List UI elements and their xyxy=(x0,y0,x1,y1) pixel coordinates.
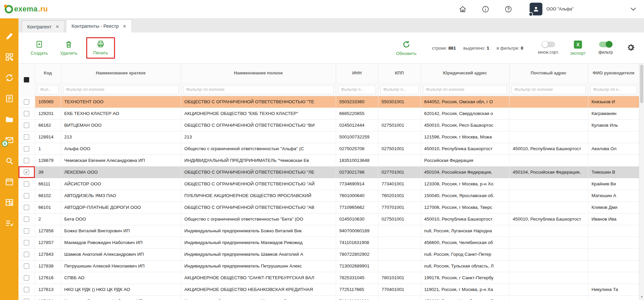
table-row[interactable]: 127613НКО ЦК РДК () НКО ЦК РДК АОАКЦИОНЕ… xyxy=(18,284,639,295)
refresh-button[interactable]: Обновить xyxy=(396,40,417,56)
row-checkbox-cell[interactable] xyxy=(18,96,35,108)
column-header[interactable]: Почтовый адрес xyxy=(509,64,588,83)
row-checkbox[interactable] xyxy=(24,170,29,175)
filter-input[interactable] xyxy=(338,85,376,94)
export-button[interactable]: X экспорт xyxy=(570,41,586,56)
row-checkbox-cell[interactable] xyxy=(18,143,35,155)
row-checkbox-cell[interactable] xyxy=(18,190,35,201)
row-checkbox[interactable] xyxy=(24,217,29,222)
row-checkbox-cell[interactable] xyxy=(18,225,35,237)
select-all-cell[interactable] xyxy=(18,64,35,96)
column-header[interactable]: ИНН xyxy=(336,64,378,83)
row-checkbox[interactable] xyxy=(24,99,29,105)
filter-input[interactable] xyxy=(380,85,419,94)
filter-input[interactable] xyxy=(512,85,586,94)
scroll-down-arrow-icon[interactable]: ▼ xyxy=(639,294,644,299)
row-checkbox-cell[interactable] xyxy=(18,260,35,272)
row-checkbox[interactable] xyxy=(24,158,29,163)
row-checkbox[interactable] xyxy=(24,146,29,152)
edit-icon[interactable] xyxy=(5,32,14,41)
column-header[interactable]: Код xyxy=(35,64,61,83)
user-menu[interactable]: ООО "Альфа" xyxy=(530,3,574,15)
row-checkbox[interactable] xyxy=(24,134,29,140)
tab-kontragenty-reestr[interactable]: Контрагенты - Реестр ✕ xyxy=(66,19,131,33)
row-checkbox-cell[interactable] xyxy=(18,131,35,143)
table-row[interactable]: 127616СПВБ АОАКЦИОНЕРНОЕ ОБЩЕСТВО "САНКТ… xyxy=(18,272,639,284)
table-row[interactable]: 66102АВТОДИЗЕЛЬ ЯМЗ ПАОПУБЛИЧНОЕ АКЦИОНЕ… xyxy=(18,190,639,201)
sync-icon[interactable] xyxy=(5,73,14,82)
logo[interactable]: exema.ru xyxy=(5,5,48,13)
tasks-checklist-icon[interactable] xyxy=(5,219,14,228)
row-checkbox-cell[interactable] xyxy=(18,284,35,295)
row-checkbox[interactable] xyxy=(24,193,29,198)
mail-icon[interactable]: 9 xyxy=(5,136,14,144)
scrollbar-thumb[interactable] xyxy=(640,65,643,103)
row-checkbox[interactable] xyxy=(24,181,29,187)
column-header[interactable]: КПП xyxy=(378,64,421,83)
column-header[interactable]: Юридический адрес xyxy=(421,64,509,83)
filter-switch[interactable] xyxy=(599,42,612,47)
table-row[interactable]: 127858Божко Виталий Викторович ИПИндивид… xyxy=(18,225,639,237)
multisort-switch[interactable] xyxy=(542,42,555,47)
table-row[interactable]: 128679Чемовская Евгения Алесандровна ИПИ… xyxy=(18,155,639,166)
table-row[interactable]: 66101АВТОДОР-ПЛАТНЫЕ ДОРОГИ ООООБЩЕСТВО … xyxy=(18,201,639,213)
row-checkbox[interactable] xyxy=(24,263,29,269)
filter-input[interactable] xyxy=(590,85,637,94)
close-icon[interactable]: ✕ xyxy=(55,24,59,29)
row-checkbox[interactable] xyxy=(24,275,29,281)
filter-input[interactable] xyxy=(423,85,507,94)
table-row[interactable]: 127843Шамков Анатолий Александрович ИПИн… xyxy=(18,248,639,260)
close-icon[interactable]: ✕ xyxy=(123,24,126,29)
filter-input[interactable] xyxy=(63,85,179,94)
row-checkbox[interactable] xyxy=(24,228,29,234)
home-icon[interactable] xyxy=(459,5,467,13)
info-icon[interactable] xyxy=(481,5,489,13)
filter-toggle[interactable]: фильтр xyxy=(598,42,613,55)
row-checkbox[interactable] xyxy=(24,299,29,300)
create-button[interactable]: Создать xyxy=(29,40,49,56)
column-header[interactable]: ФИО руководителя xyxy=(588,64,639,83)
column-header[interactable]: Наименование краткое xyxy=(61,64,181,83)
table-row[interactable]: 2Бета ООООбщество с ограниченной ответст… xyxy=(18,213,639,225)
table-row[interactable]: 127857Махмадов Ривожидин Наботович ИПИнд… xyxy=(18,237,639,248)
table-row[interactable]: 127404Махмадов Ривожидин Наботович ИПИнд… xyxy=(18,295,639,300)
vertical-scrollbar[interactable]: ▼ xyxy=(639,64,644,300)
select-all-checkbox[interactable] xyxy=(24,77,29,82)
table-row[interactable]: 127838Петрушишин Алексей Николаевич ИПИн… xyxy=(18,260,639,272)
avatar[interactable] xyxy=(530,3,542,15)
table-row[interactable]: 66162ВИТЦЕМАН ООООБЩЕСТВО С ОГРАНИЧЕННОЙ… xyxy=(18,119,639,131)
help-icon[interactable] xyxy=(504,5,512,13)
row-checkbox[interactable] xyxy=(24,287,29,292)
tab-kontragent[interactable]: Контрагент ✕ xyxy=(22,20,64,33)
row-checkbox-cell[interactable] xyxy=(18,295,35,300)
row-checkbox-cell[interactable] xyxy=(18,201,35,213)
qr-menu-icon[interactable] xyxy=(5,53,14,61)
row-checkbox-cell[interactable] xyxy=(18,178,35,190)
row-checkbox[interactable] xyxy=(24,252,29,257)
filter-input[interactable] xyxy=(37,85,59,94)
search-icon[interactable] xyxy=(5,157,14,165)
row-checkbox-cell[interactable] xyxy=(18,119,35,131)
folder-icon[interactable] xyxy=(5,115,14,124)
column-header[interactable]: Наименование полное xyxy=(181,64,336,83)
table-row[interactable]: 129201ЕКБ ТЕХНО КЛАСТЕР АОАКЦИОНЕРНОЕ ОБ… xyxy=(18,108,639,119)
chevron-down-icon[interactable] xyxy=(631,6,636,12)
filter-input[interactable] xyxy=(183,85,334,94)
multisort-toggle[interactable]: множ.сорт. xyxy=(538,42,559,55)
row-checkbox[interactable] xyxy=(24,240,29,245)
table-edit-icon[interactable] xyxy=(5,198,14,207)
row-checkbox[interactable] xyxy=(24,111,29,116)
registry-print-icon[interactable] xyxy=(5,94,14,103)
row-checkbox-cell[interactable] xyxy=(18,272,35,284)
calendar-icon[interactable] xyxy=(5,177,14,186)
table-row[interactable]: 66111АЙСИСТОР ООООБЩЕСТВО С ОГРАНИЧЕННОЙ… xyxy=(18,178,639,190)
row-checkbox-cell[interactable] xyxy=(18,155,35,166)
row-checkbox[interactable] xyxy=(24,205,29,210)
row-checkbox-cell[interactable] xyxy=(18,213,35,225)
row-checkbox[interactable] xyxy=(24,123,29,128)
print-button[interactable]: Печать xyxy=(91,40,111,55)
table-row[interactable]: 39ЛЕКСЕМА ООООБЩЕСТВО С ОГРАНИЧЕННОЙ ОТВ… xyxy=(18,166,639,178)
table-row[interactable]: 128914213213500100732259121596, Россия, … xyxy=(18,131,639,143)
table-row[interactable]: 1Альфа ООООбщество с ограниченной ответс… xyxy=(18,143,639,155)
row-checkbox-cell[interactable] xyxy=(18,108,35,119)
